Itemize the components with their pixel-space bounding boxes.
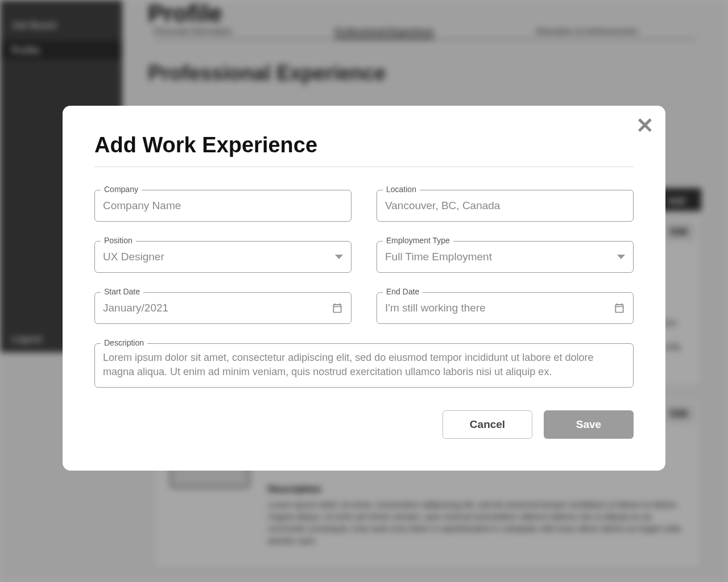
- employment-type-label: Employment Type: [383, 236, 453, 245]
- modal-title: Add Work Experience: [94, 133, 634, 157]
- close-icon[interactable]: ✕: [636, 115, 654, 136]
- position-select[interactable]: Position UX Designer: [94, 241, 351, 273]
- cancel-button[interactable]: Cancel: [442, 410, 532, 439]
- end-date-label: End Date: [383, 287, 423, 296]
- position-label: Position: [101, 236, 136, 245]
- location-label: Location: [383, 185, 420, 194]
- company-field[interactable]: Company Company Name: [94, 190, 351, 222]
- description-value: Lorem ipsum dolor sit amet, consectetur …: [103, 351, 625, 379]
- employment-type-value: Full Time Employment: [385, 251, 617, 263]
- position-value: UX Designer: [103, 251, 335, 263]
- divider: [94, 167, 634, 167]
- company-label: Company: [101, 185, 142, 194]
- calendar-icon: [614, 302, 625, 314]
- start-date-label: Start Date: [101, 287, 143, 296]
- description-label: Description: [101, 338, 147, 347]
- chevron-down-icon: [617, 255, 625, 259]
- location-field[interactable]: Location Vancouver, BC, Canada: [377, 190, 634, 222]
- chevron-down-icon: [335, 255, 343, 259]
- end-date-value: I'm still working there: [385, 302, 614, 314]
- start-date-field[interactable]: Start Date January/2021: [94, 292, 351, 324]
- end-date-field[interactable]: End Date I'm still working there: [377, 292, 634, 324]
- company-value: Company Name: [103, 199, 343, 212]
- start-date-value: January/2021: [103, 302, 332, 314]
- calendar-icon: [332, 302, 343, 314]
- location-value: Vancouver, BC, Canada: [385, 199, 625, 212]
- employment-type-select[interactable]: Employment Type Full Time Employment: [377, 241, 634, 273]
- description-field[interactable]: Description Lorem ipsum dolor sit amet, …: [94, 343, 634, 388]
- add-work-experience-modal: ✕ Add Work Experience Company Company Na…: [63, 106, 665, 471]
- save-button[interactable]: Save: [544, 410, 634, 439]
